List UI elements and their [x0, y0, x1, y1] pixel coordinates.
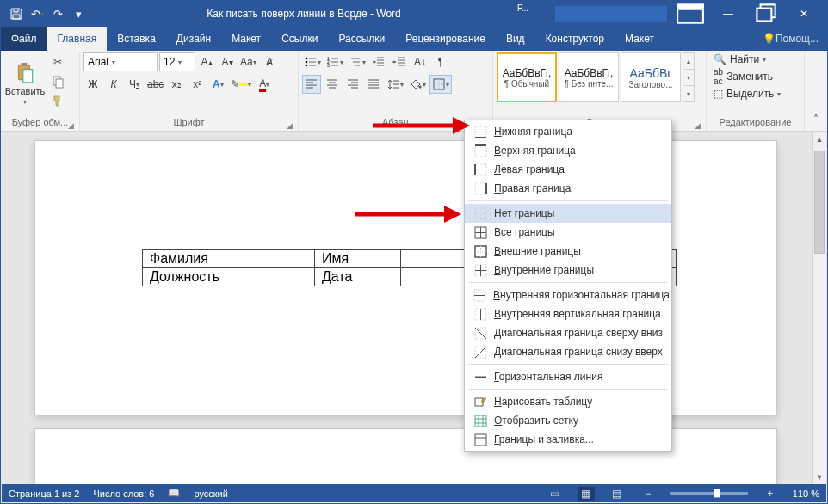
restore-icon[interactable] [751, 3, 781, 24]
borders-button[interactable]: ▾ [429, 75, 452, 94]
italic-button[interactable]: К [104, 75, 123, 94]
tab-layout2[interactable]: Макет [615, 27, 664, 51]
view-read-mode-icon[interactable]: ▭ [547, 487, 564, 501]
styles-dialog-launcher[interactable]: ◢ [695, 121, 701, 130]
tab-view[interactable]: Вид [496, 27, 535, 51]
tab-home[interactable]: Главная [47, 27, 108, 51]
align-left-button[interactable] [302, 75, 321, 94]
scroll-track[interactable] [813, 146, 826, 470]
menu-border-inside[interactable]: Внутренние границы [465, 261, 671, 280]
undo-icon[interactable]: ↶▾ [30, 7, 44, 21]
style-no-spacing[interactable]: АаБбВвГг, ¶ Без инте... [559, 52, 619, 102]
menu-horizontal-line[interactable]: Горизонтальная линия [465, 367, 671, 386]
menu-border-all[interactable]: Все границы [465, 223, 671, 242]
strikethrough-button[interactable]: abc [145, 75, 165, 94]
minimize-icon[interactable]: — [714, 3, 743, 24]
style-heading1[interactable]: АаБбВг Заголово... [621, 52, 681, 102]
font-name-combo[interactable]: Arial▾ [83, 52, 158, 71]
align-center-button[interactable] [323, 75, 342, 94]
status-page[interactable]: Страница 1 из 2 [9, 489, 79, 499]
status-language[interactable]: русский [194, 489, 227, 499]
justify-button[interactable] [364, 75, 383, 94]
menu-border-inside-h[interactable]: Внутренняя горизонтальная граница [465, 286, 671, 304]
bold-button[interactable]: Ж [83, 75, 102, 94]
view-print-layout-icon[interactable]: ▦ [578, 487, 595, 501]
save-icon[interactable] [9, 7, 23, 21]
menu-border-right[interactable]: Правая граница [465, 179, 671, 198]
menu-border-inside-v[interactable]: Внутренняя вертикальная граница [465, 304, 671, 323]
numbering-button[interactable]: 123▾ [324, 52, 345, 71]
tab-review[interactable]: Рецензирование [395, 27, 496, 51]
font-size-combo[interactable]: 12▾ [159, 52, 195, 71]
cell-date[interactable]: Дата [315, 268, 401, 286]
view-web-layout-icon[interactable]: ▤ [609, 487, 626, 501]
tab-constructor[interactable]: Конструктор [535, 27, 615, 51]
zoom-in-button[interactable]: + [762, 487, 779, 501]
menu-border-bottom[interactable]: Нижняя граница [465, 122, 671, 141]
styles-gallery-scroll[interactable]: ▴▾▾ [683, 52, 695, 102]
tab-mailings[interactable]: Рассылки [328, 27, 395, 51]
paste-button[interactable]: Вставить ▾ [4, 52, 46, 114]
cell-surname[interactable]: Фамилия [143, 250, 315, 268]
multilevel-list-button[interactable]: ▾ [347, 52, 368, 71]
redo-icon[interactable]: ↷ [51, 7, 65, 21]
menu-border-diag-down[interactable]: Диагональная граница сверху вниз [465, 323, 671, 342]
decrease-indent-button[interactable] [369, 52, 388, 71]
clear-formatting-button[interactable]: A̷ [260, 52, 279, 71]
zoom-slider-thumb[interactable] [714, 489, 720, 498]
cell-position[interactable]: Должность [143, 268, 315, 286]
tab-insert[interactable]: Вставка [107, 27, 166, 51]
status-word-count[interactable]: Число слов: 6 [93, 489, 154, 499]
font-color-button[interactable]: A▾ [255, 75, 274, 94]
subscript-button[interactable]: x₂ [167, 75, 186, 94]
menu-border-diag-up[interactable]: Диагональная граница снизу вверх [465, 342, 671, 361]
text-effects-button[interactable]: A▾ [208, 75, 227, 94]
increase-indent-button[interactable] [390, 52, 409, 71]
menu-view-gridlines[interactable]: Отобразить сетку [465, 411, 671, 430]
cut-button[interactable]: ✂ [48, 52, 67, 71]
clipboard-dialog-launcher[interactable]: ◢ [68, 121, 74, 130]
tab-file[interactable]: Файл [1, 27, 47, 51]
shading-button[interactable]: ▾ [407, 75, 428, 94]
status-spellcheck-icon[interactable]: 📖 [168, 488, 180, 499]
align-right-button[interactable] [343, 75, 362, 94]
collapse-ribbon-button[interactable]: ˄ [806, 110, 825, 129]
tab-design[interactable]: Дизайн [166, 27, 221, 51]
zoom-out-button[interactable]: − [640, 487, 657, 501]
show-marks-button[interactable]: ¶ [431, 52, 450, 71]
bullets-button[interactable]: ▾ [302, 52, 323, 71]
menu-border-none[interactable]: Нет границы [465, 204, 671, 223]
superscript-button[interactable]: x² [188, 75, 207, 94]
shrink-font-button[interactable]: A▾ [218, 52, 237, 71]
menu-border-left[interactable]: Левая граница [465, 160, 671, 179]
cell-name[interactable]: Имя [315, 250, 401, 268]
tell-me[interactable]: 💡 Помощ... [754, 27, 827, 51]
select-button[interactable]: ⬚Выделить ▾ [710, 87, 784, 101]
replace-button[interactable]: abacЗаменить [710, 66, 776, 87]
zoom-slider[interactable] [670, 492, 748, 495]
highlight-button[interactable]: ✎▾ [229, 75, 253, 94]
grow-font-button[interactable]: A▴ [197, 52, 216, 71]
tab-references[interactable]: Ссылки [271, 27, 328, 51]
menu-borders-shading[interactable]: Границы и заливка... [465, 430, 671, 449]
font-dialog-launcher[interactable]: ◢ [287, 121, 293, 130]
menu-draw-table[interactable]: Нарисовать таблицу [465, 392, 671, 411]
menu-border-outside[interactable]: Внешние границы [465, 242, 671, 261]
find-button[interactable]: 🔍Найти ▾ [710, 52, 769, 66]
style-normal[interactable]: АаБбВвГг, ¶ Обычный [497, 52, 557, 102]
scroll-up-icon[interactable]: ▲ [813, 132, 826, 146]
menu-border-top[interactable]: Верхняя граница [465, 141, 671, 160]
qat-customize-icon[interactable]: ▾ [71, 7, 85, 21]
zoom-level[interactable]: 110 % [793, 489, 819, 499]
sort-button[interactable]: A↓ [411, 52, 429, 71]
copy-button[interactable] [48, 72, 67, 91]
tab-layout[interactable]: Макет [221, 27, 271, 51]
change-case-button[interactable]: Aa▾ [238, 52, 258, 71]
close-icon[interactable]: ✕ [789, 3, 819, 24]
vertical-scrollbar[interactable]: ▲ ▼ [812, 132, 826, 484]
scroll-thumb[interactable] [814, 151, 825, 254]
underline-button[interactable]: Ч▾ [125, 75, 144, 94]
scroll-down-icon[interactable]: ▼ [813, 470, 826, 484]
line-spacing-button[interactable]: ▾ [385, 75, 405, 94]
ribbon-display-options-icon[interactable] [676, 3, 705, 24]
